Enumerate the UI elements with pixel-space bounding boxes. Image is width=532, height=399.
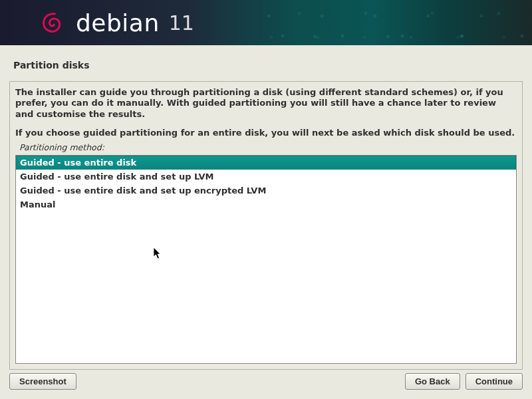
screenshot-button[interactable]: Screenshot	[9, 373, 76, 390]
option-guided-lvm[interactable]: Guided - use entire disk and set up LVM	[16, 170, 516, 184]
partition-method-list[interactable]: Guided - use entire disk Guided - use en…	[15, 155, 517, 364]
go-back-button[interactable]: Go Back	[405, 373, 460, 390]
method-label: Partitioning method:	[19, 142, 517, 152]
continue-button[interactable]: Continue	[466, 373, 523, 390]
installer-header: debian 11	[0, 0, 532, 45]
brand-version: 11	[169, 11, 194, 35]
footer: Screenshot Go Back Continue	[9, 373, 523, 390]
description-primary: The installer can guide you through part…	[15, 87, 517, 120]
main-panel: The installer can guide you through part…	[9, 81, 523, 370]
option-guided-entire-disk[interactable]: Guided - use entire disk	[16, 156, 516, 170]
option-guided-encrypted-lvm[interactable]: Guided - use entire disk and set up encr…	[16, 184, 516, 198]
option-manual[interactable]: Manual	[16, 198, 516, 211]
debian-swirl-icon	[37, 8, 66, 37]
page-title: Partition disks	[0, 45, 532, 77]
description-secondary: If you choose guided partitioning for an…	[15, 128, 517, 138]
brand-name: debian	[76, 9, 160, 37]
